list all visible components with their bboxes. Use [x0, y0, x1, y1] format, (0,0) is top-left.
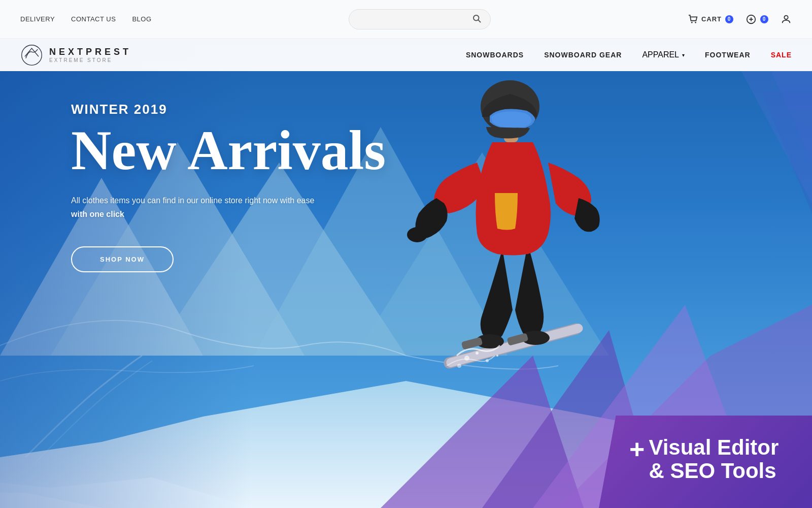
top-right-icons: CART 0 0: [688, 14, 792, 25]
hero-subtitle: WINTER 2019: [71, 102, 386, 117]
shop-now-button[interactable]: SHOP NOW: [71, 246, 174, 272]
nav-sale[interactable]: SALE: [771, 51, 792, 59]
cart-label: CART: [701, 15, 722, 23]
svg-point-34: [695, 22, 696, 23]
cart-badge: 0: [725, 15, 733, 23]
svg-point-26: [476, 352, 479, 355]
promo-line2: & SEO Tools: [649, 459, 779, 483]
svg-point-36: [784, 15, 788, 19]
svg-line-32: [478, 20, 480, 22]
chevron-down-icon: ▾: [682, 52, 685, 58]
promo-plus: +: [629, 436, 645, 462]
hero-title: New Arrivals: [71, 122, 386, 178]
search-button[interactable]: [472, 14, 481, 25]
compare-badge: 0: [760, 15, 768, 23]
cart-link[interactable]: CART 0: [688, 14, 733, 24]
nav-apparel-label: APPAREL: [642, 50, 679, 59]
top-bar: DELIVERY CONTACT US BLOG CART 0: [0, 0, 812, 38]
svg-point-28: [496, 355, 498, 357]
nav-blog[interactable]: BLOG: [132, 15, 151, 23]
nav-apparel[interactable]: APPAREL ▾: [642, 50, 685, 59]
svg-point-33: [691, 22, 693, 23]
nav-contact[interactable]: CONTACT US: [71, 15, 116, 23]
logo-nav-bar: NEXTPREST EXTREME STORE SNOWBOARDS SNOWB…: [0, 38, 812, 71]
account-icon: [781, 14, 792, 25]
svg-point-27: [486, 359, 489, 362]
hero-description: All clothes items you can find in our on…: [71, 194, 325, 221]
top-nav: DELIVERY CONTACT US BLOG: [20, 15, 152, 23]
main-nav: SNOWBOARDS SNOWBOARD GEAR APPAREL ▾ FOOT…: [466, 50, 792, 59]
logo-text: NEXTPREST EXTREME STORE: [49, 47, 131, 63]
search-bar: [349, 9, 491, 29]
logo-link[interactable]: NEXTPREST EXTREME STORE: [20, 44, 131, 67]
compare-link[interactable]: 0: [746, 14, 768, 25]
promo-banner: + Visual Editor & SEO Tools: [599, 416, 812, 508]
promo-line1: Visual Editor: [649, 436, 779, 459]
nav-snowboard-gear[interactable]: SNOWBOARD GEAR: [544, 51, 622, 59]
account-link[interactable]: [781, 14, 792, 25]
nav-delivery[interactable]: DELIVERY: [20, 15, 55, 23]
nav-snowboards[interactable]: SNOWBOARDS: [466, 51, 524, 59]
nav-footwear[interactable]: FOOTWEAR: [705, 51, 751, 59]
hero-content: WINTER 2019 New Arrivals All clothes ite…: [71, 102, 386, 272]
svg-point-24: [464, 356, 469, 361]
logo-sub: EXTREME STORE: [49, 57, 131, 63]
cart-icon: [688, 14, 699, 24]
logo-name: NEXTPREST: [49, 47, 131, 57]
svg-point-21: [407, 227, 427, 242]
logo-icon: [20, 44, 43, 67]
compare-icon: [746, 14, 757, 25]
search-input[interactable]: [358, 15, 472, 23]
svg-point-25: [457, 364, 461, 368]
